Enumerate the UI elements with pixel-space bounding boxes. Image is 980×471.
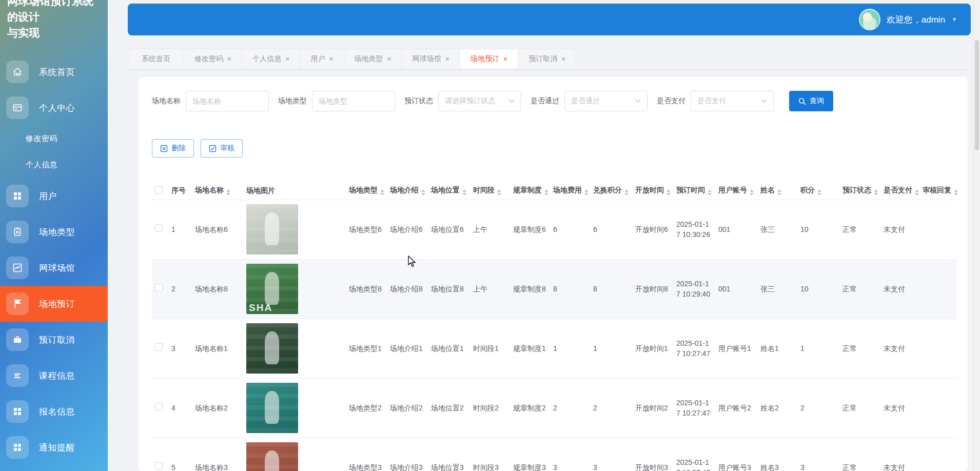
sort-icon[interactable]: [584, 189, 589, 195]
sidebar-subitem-change-password[interactable]: 修改密码: [0, 126, 108, 152]
row-checkbox[interactable]: [155, 343, 163, 351]
table-row[interactable]: 2场地名称8SHA场地类型8场地介绍8场地位置8上午规章制度888开放时间820…: [152, 259, 957, 319]
booking-status-select[interactable]: 请选择预订状态: [438, 91, 521, 111]
row-checkbox[interactable]: [155, 462, 163, 470]
close-icon[interactable]: ×: [227, 55, 231, 63]
column-header-person[interactable]: 姓名: [757, 182, 797, 200]
tab-personal-info[interactable]: 个人信息 ×: [242, 49, 300, 69]
sidebar-subitem-personal-info[interactable]: 个人信息: [0, 152, 108, 178]
cell-status: 正常: [839, 259, 880, 319]
sort-icon[interactable]: [915, 189, 919, 195]
scrollbar-thumb[interactable]: [975, 40, 979, 150]
close-icon[interactable]: ×: [503, 55, 507, 63]
tab-venue-type[interactable]: 场地类型 ×: [344, 49, 402, 69]
sort-icon[interactable]: [380, 189, 384, 195]
table-row[interactable]: 5场地名称3MAR场地类型3场地介绍3场地位置3时间段3规章制度333开放时间3…: [152, 438, 957, 471]
tab-tennis-venues[interactable]: 网球场馆 ×: [402, 49, 460, 69]
filter-label-booking-status: 预订状态: [404, 96, 433, 106]
cell-account: 001: [715, 259, 757, 319]
sidebar-item-course-info[interactable]: 课程信息: [0, 358, 108, 394]
sort-icon[interactable]: [954, 189, 957, 195]
column-header-account[interactable]: 用户账号: [715, 182, 757, 200]
column-header-status[interactable]: 预订状态: [839, 182, 880, 200]
sort-icon[interactable]: [462, 189, 466, 195]
table-body: 1场地名称6场地类型6场地介绍6场地位置6上午规章制度666开放时间62025-…: [152, 200, 957, 471]
table-row[interactable]: 4场地名称2场地类型2场地介绍2场地位置2时间段2规章制度222开放时间2202…: [152, 378, 957, 438]
close-icon[interactable]: ×: [285, 55, 289, 63]
sort-icon[interactable]: [226, 189, 230, 195]
sidebar-item-booking-cancel[interactable]: 预订取消: [0, 322, 108, 358]
column-header-exchange[interactable]: 兑换积分: [590, 182, 632, 200]
tab-venue-booking[interactable]: 场地预订 ×: [460, 49, 518, 69]
table-row[interactable]: 3场地名称1场地类型1场地介绍1场地位置1时间段1规章制度111开放时间1202…: [152, 319, 957, 378]
sidebar-item-profile-center[interactable]: 个人中心: [0, 90, 108, 126]
row-checkbox[interactable]: [155, 224, 163, 232]
paid-select[interactable]: 是否支付: [691, 91, 774, 111]
user-menu[interactable]: 欢迎您，admin ▼: [859, 9, 957, 30]
tab-booking-cancel[interactable]: 预订取消 ×: [518, 49, 576, 69]
cell-intro: 场地介绍8: [387, 259, 428, 319]
tab-users[interactable]: 用户 ×: [300, 49, 344, 69]
sort-icon[interactable]: [624, 189, 629, 195]
sidebar-subitem-label: 修改密码: [26, 134, 57, 144]
sort-icon[interactable]: [667, 189, 671, 195]
row-checkbox[interactable]: [155, 403, 163, 410]
sort-icon[interactable]: [750, 189, 754, 195]
sidebar-item-signup-info[interactable]: 报名信息: [0, 394, 108, 429]
column-header-intro[interactable]: 场地介绍: [387, 182, 428, 200]
table-row[interactable]: 1场地名称6场地类型6场地介绍6场地位置6上午规章制度666开放时间62025-…: [152, 200, 957, 259]
home-icon: [6, 61, 29, 83]
close-icon[interactable]: ×: [561, 55, 565, 63]
column-header-score[interactable]: 积分: [797, 182, 839, 200]
column-header-timeslot[interactable]: 时间段: [470, 182, 510, 200]
column-header-fee[interactable]: 场地费用: [550, 182, 590, 200]
close-icon[interactable]: ×: [445, 55, 449, 63]
vertical-scrollbar[interactable]: [973, 0, 980, 471]
column-header-paid[interactable]: 是否支付: [880, 182, 919, 200]
sort-icon[interactable]: [544, 189, 548, 195]
row-checkbox[interactable]: [155, 284, 163, 291]
column-header-location[interactable]: 场地位置: [428, 182, 470, 200]
cell-rules: 规章制度8: [510, 259, 550, 319]
avatar[interactable]: [859, 9, 880, 30]
column-header-open[interactable]: 开放时间: [632, 182, 673, 200]
cell-name: 场地名称8: [192, 259, 243, 319]
tab-bar: 系统首页 修改密码 × 个人信息 × 用户 × 场地类型 × 网球场馆 × 场地…: [128, 49, 968, 70]
search-button[interactable]: 查询: [789, 91, 833, 111]
tab-label: 修改密码: [194, 54, 223, 64]
select-all-checkbox[interactable]: [155, 186, 163, 194]
sidebar-item-home[interactable]: 系统首页: [0, 54, 108, 90]
sidebar-item-venue-type[interactable]: 场地类型: [0, 214, 108, 250]
venue-type-input[interactable]: [312, 91, 395, 111]
column-header-type[interactable]: 场地类型: [346, 182, 387, 200]
sort-icon[interactable]: [708, 189, 712, 195]
column-header-reply[interactable]: 审核回复: [919, 182, 957, 200]
sort-icon[interactable]: [874, 189, 878, 195]
column-header-booked[interactable]: 预订时间: [673, 182, 715, 200]
tab-home[interactable]: 系统首页: [128, 49, 184, 69]
chevron-down-icon[interactable]: ▼: [951, 16, 957, 23]
cell-exchange: 6: [590, 200, 632, 259]
delete-button[interactable]: 删除: [152, 139, 194, 158]
tab-label: 场地类型: [355, 54, 383, 64]
cell-exchange: 1: [590, 319, 632, 378]
cell-image: SHA: [243, 259, 346, 319]
sidebar-item-tennis-venues[interactable]: 网球场馆: [0, 250, 108, 286]
column-header-rules[interactable]: 规章制度: [510, 182, 550, 200]
sort-icon[interactable]: [497, 189, 501, 195]
close-icon[interactable]: ×: [387, 55, 391, 63]
sidebar-item-notifications[interactable]: 通知提醒: [0, 429, 108, 465]
cell-intro: 场地介绍1: [387, 319, 428, 378]
sidebar-item-venue-booking[interactable]: 场地预订: [0, 286, 108, 322]
audit-button[interactable]: 审核: [201, 139, 243, 158]
column-header-name[interactable]: 场地名称: [192, 182, 243, 200]
tab-change-password[interactable]: 修改密码 ×: [184, 49, 242, 69]
sidebar-item-users[interactable]: 用户: [0, 178, 108, 214]
sort-icon[interactable]: [421, 189, 425, 195]
select-placeholder: 是否通过: [571, 96, 600, 106]
close-icon[interactable]: ×: [329, 55, 333, 63]
sort-icon[interactable]: [777, 189, 781, 195]
approved-select[interactable]: 是否通过: [564, 91, 648, 111]
venue-name-input[interactable]: [186, 91, 269, 111]
sort-icon[interactable]: [817, 189, 821, 195]
